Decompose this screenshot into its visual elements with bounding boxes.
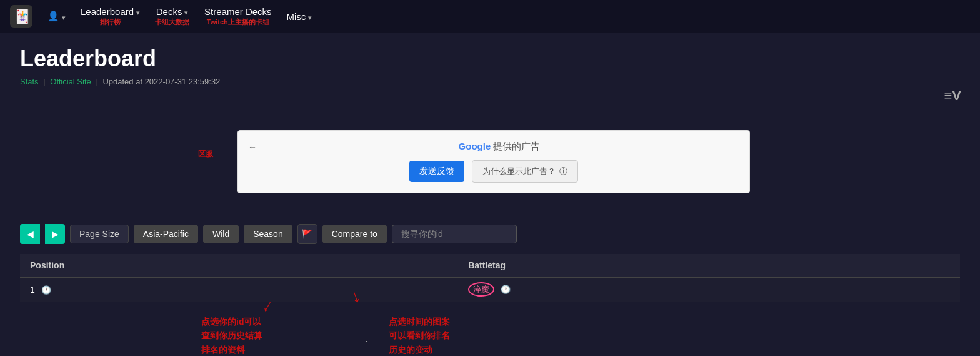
battletag-history-icon[interactable]: 🕐 bbox=[501, 285, 511, 294]
streamer-nav-label: Streamer Decks bbox=[204, 6, 272, 17]
leaderboard-table: Position Battletag 1 🕐 淬魔 🕐 bbox=[20, 254, 960, 302]
sep1: | bbox=[43, 77, 45, 86]
user-icon: 👤 bbox=[48, 11, 59, 22]
ad-feedback-button[interactable]: 发送反馈 bbox=[409, 161, 464, 182]
ad-overlay: ← Google 提供的广告 发送反馈 为什么显示此广告？ ⓘ bbox=[238, 130, 750, 193]
region-button[interactable]: Asia-Pacific bbox=[134, 225, 198, 243]
svg-text:🃏: 🃏 bbox=[14, 8, 31, 25]
nav-misc[interactable]: Misc bbox=[287, 11, 312, 22]
flag-button[interactable]: 🚩 bbox=[298, 224, 318, 244]
next-page-button[interactable]: ▶ bbox=[45, 224, 65, 244]
annotation-region: 区服 bbox=[198, 149, 213, 160]
main-content: Leaderboard Stats | Official Site | Upda… bbox=[0, 33, 980, 356]
right-line3: 历史的变动 bbox=[389, 345, 432, 355]
position-cell: 1 🕐 bbox=[20, 277, 458, 302]
stats-link[interactable]: Stats bbox=[20, 77, 39, 86]
page-meta: Stats | Official Site | Updated at 2022-… bbox=[20, 77, 960, 86]
leaderboard-sub-label: 排行榜 bbox=[100, 18, 121, 27]
season-button[interactable]: Season bbox=[244, 225, 292, 243]
ad-top: ← Google 提供的广告 bbox=[248, 141, 739, 153]
page-title: Leaderboard bbox=[20, 46, 960, 72]
mode-button[interactable]: Wild bbox=[203, 225, 239, 243]
site-logo[interactable]: 🃏 bbox=[10, 5, 32, 28]
filters-row: ◀ ▶ Page Size Asia-Pacific Wild Season 🚩… bbox=[20, 224, 960, 244]
page-size-button[interactable]: Page Size bbox=[70, 225, 129, 243]
updated-text: Updated at 2022-07-31 23:59:32 bbox=[102, 77, 220, 86]
table-body: 1 🕐 淬魔 🕐 bbox=[20, 277, 960, 302]
ad-title: Google 提供的广告 bbox=[259, 141, 739, 153]
ad-bottom-row: 发送反馈 为什么显示此广告？ ⓘ bbox=[248, 160, 739, 183]
compare-button[interactable]: Compare to bbox=[322, 225, 387, 243]
bottom-annotations: ↓ ↓ • 点选你的id可以 查到你历史结算 排名的资料 点选时间的图案 可以看… bbox=[20, 308, 960, 356]
ad-back-arrow[interactable]: ← bbox=[248, 142, 257, 152]
misc-chevron bbox=[308, 11, 312, 22]
dot-mid: • bbox=[366, 338, 368, 344]
battletag-cell: 淬魔 🕐 bbox=[458, 277, 960, 302]
ad-title-suffix: 提供的广告 bbox=[493, 141, 540, 151]
leaderboard-chevron bbox=[136, 6, 140, 17]
user-chevron bbox=[62, 11, 66, 22]
decks-nav-label: Decks bbox=[156, 6, 182, 17]
decks-sub-label: 卡组大数据 bbox=[155, 18, 189, 27]
bottom-annotation-right: 点选时间的图案 可以看到你排名 历史的变动 bbox=[389, 315, 450, 356]
bottom-annotation-left: 点选你的id可以 查到你历史结算 排名的资料 bbox=[201, 315, 262, 356]
left-line2: 查到你历史结算 bbox=[201, 330, 262, 340]
left-line1: 点选你的id可以 bbox=[201, 317, 261, 327]
ad-google-text: Google bbox=[459, 141, 491, 151]
table-header: Position Battletag bbox=[20, 254, 960, 277]
nav-leaderboard[interactable]: Leaderboard 排行榜 bbox=[81, 6, 140, 27]
misc-nav-label: Misc bbox=[287, 11, 306, 22]
ad-why-text: 为什么显示此广告？ ⓘ bbox=[472, 160, 578, 183]
battletag-link[interactable]: 淬魔 bbox=[468, 282, 494, 297]
official-link[interactable]: Official Site bbox=[50, 77, 91, 86]
right-line1: 点选时间的图案 bbox=[389, 317, 450, 327]
left-line3: 排名的资料 bbox=[201, 345, 245, 355]
nav-streamer[interactable]: Streamer Decks Twitch上主播的卡组 bbox=[204, 6, 272, 27]
prev-page-button[interactable]: ◀ bbox=[20, 224, 40, 244]
position-value: 1 bbox=[30, 285, 35, 295]
navbar: 🃏 👤 Leaderboard 排行榜 Decks 卡组大数据 Streamer… bbox=[0, 0, 980, 33]
ad-why-icon: ⓘ bbox=[559, 166, 568, 177]
position-history-icon[interactable]: 🕐 bbox=[41, 285, 51, 295]
search-input[interactable] bbox=[392, 225, 517, 243]
leaderboard-nav-label: Leaderboard bbox=[81, 6, 134, 17]
decks-chevron bbox=[184, 6, 188, 17]
col-position: Position bbox=[20, 254, 458, 277]
right-line2: 可以看到你排名 bbox=[389, 330, 450, 340]
nav-user[interactable]: 👤 bbox=[48, 11, 66, 22]
col-battletag: Battletag bbox=[458, 254, 960, 277]
streamer-sub-label: Twitch上主播的卡组 bbox=[207, 18, 269, 27]
nav-decks[interactable]: Decks 卡组大数据 bbox=[155, 6, 189, 27]
sep2: | bbox=[96, 77, 98, 86]
corner-icon: ≡V bbox=[944, 88, 961, 104]
ad-why-label: 为什么显示此广告？ bbox=[482, 166, 556, 177]
table-row: 1 🕐 淬魔 🕐 bbox=[20, 277, 960, 302]
